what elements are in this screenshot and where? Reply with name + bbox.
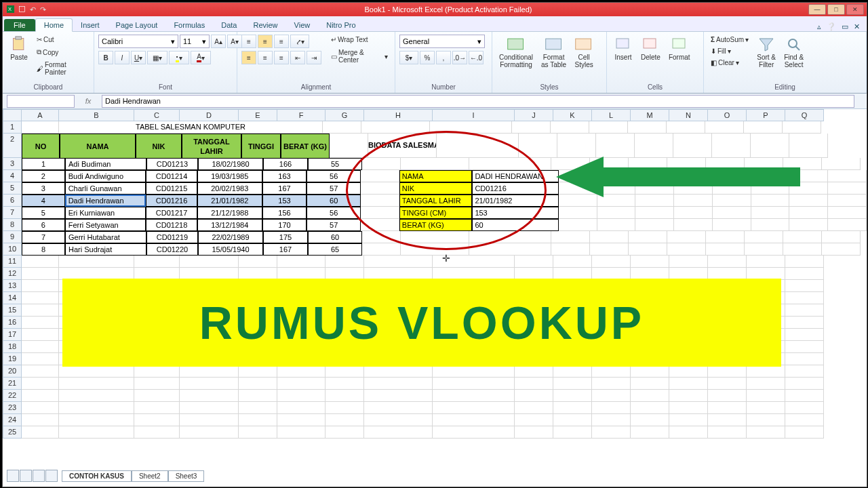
cell[interactable]: DADI HENDRAWAN — [472, 170, 559, 182]
cell[interactable] — [59, 378, 134, 390]
cell[interactable] — [708, 378, 747, 390]
cell[interactable] — [469, 158, 551, 170]
cell[interactable] — [180, 414, 239, 426]
cell[interactable] — [747, 365, 785, 378]
cell[interactable] — [669, 365, 708, 378]
cell[interactable] — [326, 256, 364, 268]
name-box[interactable] — [7, 95, 75, 108]
cell[interactable]: CD01216 — [472, 182, 559, 195]
cell[interactable]: 22/02/1989 — [198, 231, 263, 243]
cell[interactable] — [59, 402, 134, 414]
cell[interactable]: 7 — [22, 231, 65, 243]
cell[interactable] — [822, 158, 861, 170]
cell[interactable] — [747, 414, 785, 426]
format-painter-button[interactable]: 🖌Format Painter — [34, 60, 90, 77]
tab-insert[interactable]: Insert — [73, 19, 108, 31]
select-all-corner[interactable] — [3, 109, 22, 121]
accounting-button[interactable]: $▾ — [399, 51, 418, 64]
row-header[interactable]: 15 — [3, 304, 22, 317]
font-color-button[interactable]: A▾ — [191, 51, 211, 64]
cell[interactable] — [597, 207, 636, 219]
cell[interactable]: 65 — [308, 243, 362, 256]
row-header[interactable]: 22 — [3, 390, 22, 402]
cell[interactable] — [785, 329, 824, 341]
cell[interactable] — [277, 426, 326, 439]
cell[interactable]: CD01213 — [146, 158, 198, 170]
row-header[interactable]: 5 — [3, 182, 22, 195]
cell[interactable] — [362, 231, 401, 243]
cell[interactable] — [629, 231, 667, 243]
cell[interactable]: 18/02/1980 — [198, 158, 263, 170]
save-icon[interactable] — [18, 5, 26, 14]
help-icon[interactable]: ❔ — [827, 22, 836, 31]
cell[interactable] — [277, 414, 326, 426]
cell[interactable] — [361, 219, 399, 231]
paste-button[interactable]: Paste — [7, 35, 31, 62]
cell[interactable]: 8 — [22, 243, 65, 256]
cell[interactable] — [597, 219, 636, 231]
cell[interactable] — [401, 231, 469, 243]
cell[interactable] — [747, 390, 785, 402]
cell[interactable] — [708, 426, 747, 439]
cell[interactable]: TANGGAL LAHIR — [399, 195, 473, 207]
col-header[interactable]: K — [553, 109, 592, 121]
cell[interactable] — [553, 256, 592, 268]
cell[interactable] — [828, 195, 867, 207]
cell[interactable] — [785, 353, 824, 365]
cell[interactable] — [553, 378, 592, 390]
cell[interactable] — [515, 402, 553, 414]
cell[interactable] — [669, 390, 708, 402]
cell[interactable] — [674, 207, 713, 219]
cell[interactable] — [59, 365, 134, 378]
cell[interactable] — [785, 426, 824, 439]
increase-indent-button[interactable]: ⇥ — [307, 51, 321, 64]
cell[interactable] — [22, 426, 59, 439]
cell[interactable]: 1 — [22, 158, 65, 170]
comma-button[interactable]: , — [436, 51, 451, 64]
col-header[interactable]: P — [747, 109, 785, 121]
cell[interactable] — [713, 207, 751, 219]
cell[interactable]: TINGGI — [241, 134, 281, 159]
cell[interactable] — [592, 256, 631, 268]
col-header[interactable]: A — [22, 109, 59, 121]
cell[interactable]: 56 — [307, 170, 361, 182]
cell[interactable] — [559, 219, 597, 231]
cell[interactable] — [239, 365, 277, 378]
cell[interactable] — [747, 426, 785, 439]
tab-formulas[interactable]: Formulas — [165, 19, 213, 31]
cell[interactable]: CD01214 — [146, 170, 197, 182]
cell[interactable] — [628, 121, 667, 134]
cell[interactable] — [708, 414, 747, 426]
cell[interactable] — [326, 426, 364, 439]
cell[interactable]: 6 — [22, 219, 65, 231]
cell[interactable]: 60 — [307, 195, 361, 207]
cell[interactable]: CD01216 — [146, 195, 197, 207]
cell[interactable] — [705, 121, 744, 134]
cell[interactable] — [433, 378, 515, 390]
row-header[interactable]: 3 — [3, 158, 22, 170]
cell[interactable] — [239, 378, 277, 390]
cell[interactable] — [747, 256, 785, 268]
cell[interactable]: 13/12/1984 — [197, 219, 262, 231]
cell[interactable] — [557, 134, 596, 158]
cell[interactable] — [551, 231, 590, 243]
cell[interactable]: 60 — [308, 231, 362, 243]
cell[interactable]: 15/05/1940 — [198, 243, 263, 256]
cell[interactable] — [364, 256, 433, 268]
cell[interactable]: 167 — [263, 243, 308, 256]
worksheet[interactable]: A B C D E F G H I J K L M N O P Q 1TABEL… — [3, 109, 867, 439]
cell[interactable] — [323, 121, 361, 134]
cell[interactable]: 21/01/1982 — [472, 195, 559, 207]
cell[interactable] — [592, 390, 631, 402]
cell[interactable]: 170 — [262, 219, 307, 231]
cell[interactable] — [822, 231, 861, 243]
cell[interactable] — [590, 243, 629, 256]
cell[interactable] — [596, 134, 635, 158]
row-header[interactable]: 19 — [3, 353, 22, 365]
cell[interactable] — [22, 256, 59, 268]
cell[interactable] — [673, 134, 712, 158]
tab-page-layout[interactable]: Page Layout — [108, 19, 166, 31]
row-header[interactable]: 2 — [3, 134, 22, 158]
cell[interactable] — [239, 414, 277, 426]
cell[interactable] — [59, 414, 134, 426]
